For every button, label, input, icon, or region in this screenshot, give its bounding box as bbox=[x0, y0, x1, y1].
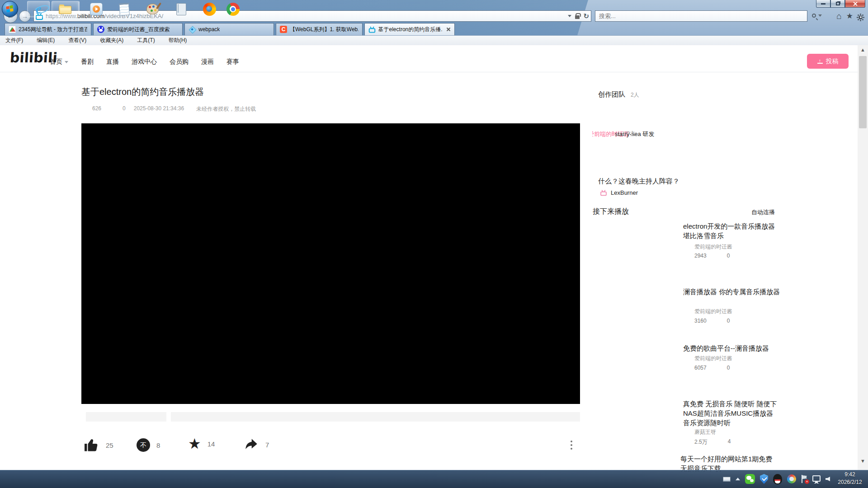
clock-date: 2026/2/12 bbox=[834, 479, 866, 486]
nav-bangumi[interactable]: 番剧 bbox=[81, 58, 94, 66]
related-video-author[interactable]: 蘑菇王呀 bbox=[694, 428, 716, 436]
site-nav: 首页 番剧 直播 游戏中心 会员购 漫画 赛事 bbox=[50, 58, 239, 66]
taskbar-firefox-button[interactable] bbox=[201, 1, 218, 17]
taskbar-calculator-button[interactable] bbox=[173, 1, 190, 17]
lock-icon bbox=[575, 15, 580, 19]
nav-home[interactable]: 首页 bbox=[50, 58, 68, 66]
upload-icon: ↑ bbox=[817, 59, 823, 64]
favorite-button[interactable]: ★ 14 bbox=[188, 436, 215, 451]
like-button[interactable]: 25 bbox=[83, 437, 113, 453]
menu-tools[interactable]: 工具(T) bbox=[137, 37, 155, 44]
related-video-stats: 29430 bbox=[694, 253, 730, 259]
tag-placeholder-1 bbox=[86, 412, 166, 422]
nav-live[interactable]: 直播 bbox=[106, 58, 119, 66]
close-button[interactable] bbox=[845, 0, 865, 8]
refresh-icon[interactable]: ↻ bbox=[583, 12, 589, 20]
menu-view[interactable]: 查看(V) bbox=[68, 37, 86, 44]
media-player-icon bbox=[90, 3, 103, 15]
taskbar-wmp-button[interactable] bbox=[88, 1, 105, 17]
webpack-favicon-icon bbox=[189, 26, 196, 33]
related-video-author[interactable]: 爱前端的时迁酱 bbox=[694, 243, 732, 251]
gear-icon[interactable] bbox=[859, 15, 863, 19]
related-video-author[interactable]: 爱前端的时迁酱 bbox=[694, 308, 732, 315]
tab-bilibili-video[interactable]: 基于electron的简约音乐播... bbox=[364, 23, 455, 35]
related-video-stats: 2.5万4 bbox=[694, 438, 731, 446]
video-player[interactable] bbox=[81, 123, 580, 404]
tab-webpack[interactable]: webpack bbox=[184, 23, 274, 35]
menu-help[interactable]: 帮助(H) bbox=[169, 37, 187, 44]
tab-close-icon[interactable] bbox=[446, 27, 451, 32]
colorful-app-tray-icon[interactable] bbox=[787, 474, 796, 483]
browser-search-input[interactable] bbox=[595, 13, 776, 19]
volume-icon[interactable] bbox=[826, 477, 830, 481]
related-video-author[interactable]: 爱前端的时迁酱 bbox=[694, 355, 732, 362]
home-icon[interactable]: ⌂ bbox=[836, 12, 841, 20]
favorite-star-icon: ★ bbox=[188, 436, 201, 451]
nav-game-center[interactable]: 游戏中心 bbox=[132, 58, 157, 66]
search-controls[interactable] bbox=[812, 14, 822, 18]
tab-webgl[interactable]: C 【WebGL系列】1. 获取Web... bbox=[276, 23, 363, 35]
wechat-tray-icon[interactable] bbox=[745, 474, 755, 484]
restore-button[interactable] bbox=[830, 0, 845, 8]
favorites-star-icon[interactable]: ★ bbox=[846, 12, 853, 20]
paint-icon bbox=[146, 4, 159, 14]
menu-favorites[interactable]: 收藏夹(A) bbox=[100, 37, 123, 44]
promo-title[interactable]: 什么？这春晚主持人阵容？ bbox=[598, 177, 679, 186]
taskbar-chrome-button[interactable] bbox=[224, 1, 241, 17]
search-dropdown-icon[interactable] bbox=[818, 14, 822, 17]
url-dropdown-icon[interactable] bbox=[568, 15, 571, 17]
browser-search-box[interactable] bbox=[595, 10, 807, 22]
tab-2345[interactable]: 2345网址导航 - 致力于打造百... bbox=[5, 23, 91, 35]
up-next-title: 接下来播放 bbox=[593, 207, 629, 216]
page-scrollbar[interactable]: ▲ ▼ bbox=[858, 45, 868, 470]
firefox-icon bbox=[203, 3, 216, 16]
nav-vip-shop[interactable]: 会员购 bbox=[170, 58, 189, 66]
promo-user-name[interactable]: LexBurner bbox=[611, 189, 638, 196]
close-icon bbox=[853, 1, 858, 6]
menu-file[interactable]: 文件(F) bbox=[5, 37, 23, 44]
windows-logo-icon bbox=[6, 5, 14, 13]
creator-role-label: UP主 bbox=[623, 130, 636, 138]
scroll-down-icon[interactable]: ▼ bbox=[858, 456, 868, 465]
dislike-button[interactable]: 不 8 bbox=[137, 438, 160, 452]
nav-esports[interactable]: 赛事 bbox=[226, 58, 239, 66]
autoplay-toggle[interactable]: 自动连播 bbox=[751, 208, 775, 216]
network-icon[interactable] bbox=[812, 475, 821, 482]
start-button[interactable] bbox=[2, 1, 18, 17]
window-controls bbox=[816, 0, 865, 8]
menu-edit[interactable]: 编辑(E) bbox=[37, 37, 55, 44]
promo-user-row[interactable]: LexBurner bbox=[600, 189, 638, 196]
show-hidden-icons[interactable] bbox=[736, 478, 740, 480]
related-video-title[interactable]: 真免费 无损音乐 随便听 随便下 NAS超简洁音乐MUSIC播放器 音乐资源随时… bbox=[683, 399, 781, 427]
tag-placeholder-2 bbox=[171, 412, 580, 422]
search-icon[interactable] bbox=[812, 14, 816, 18]
action-center-icon[interactable]: × bbox=[801, 475, 807, 483]
qq-tray-icon[interactable] bbox=[773, 474, 782, 484]
like-count: 25 bbox=[106, 441, 113, 449]
more-options-icon[interactable] bbox=[571, 441, 572, 442]
thumb-up-icon bbox=[83, 437, 99, 453]
baidu-favicon-icon bbox=[97, 26, 104, 33]
scrollbar-thumb[interactable] bbox=[859, 56, 867, 128]
related-video-title[interactable]: 澜音播放器 你的专属音乐播放器 bbox=[683, 287, 781, 296]
keyboard-tray-icon[interactable] bbox=[723, 477, 731, 482]
related-video-title[interactable]: 免费的歌曲平台--澜音播放器 bbox=[683, 343, 781, 353]
taskbar-explorer-button[interactable] bbox=[52, 1, 80, 17]
upload-button[interactable]: ↑ 投稿 bbox=[807, 54, 849, 69]
favorite-count: 14 bbox=[208, 440, 215, 448]
minimize-button[interactable] bbox=[816, 0, 830, 8]
tab-baidu-search[interactable]: 爱前端的时迁酱_百度搜索 bbox=[93, 23, 183, 35]
security-shield-icon[interactable] bbox=[760, 474, 768, 484]
internet-explorer-icon: e bbox=[36, 2, 41, 16]
taskbar-ie-button[interactable]: e bbox=[27, 1, 50, 17]
creator-team-row[interactable]: 爱前端的时迁酱 starry-sea 研发 UP主 bbox=[592, 130, 760, 138]
related-video-title[interactable]: electron开发的一款音乐播放器堪比洛雪音乐 bbox=[683, 221, 781, 240]
taskbar-clock[interactable]: 9:42 2026/2/12 bbox=[834, 471, 866, 487]
share-button[interactable]: 7 bbox=[244, 437, 269, 452]
taskbar-paint-button[interactable] bbox=[144, 1, 161, 17]
scroll-up-icon[interactable]: ▲ bbox=[858, 45, 868, 54]
nav-manga[interactable]: 漫画 bbox=[201, 58, 214, 66]
publish-date: 2025-08-30 21:34:36 bbox=[134, 105, 184, 113]
dislike-icon: 不 bbox=[137, 438, 150, 452]
taskbar-notepad-button[interactable] bbox=[116, 1, 133, 17]
